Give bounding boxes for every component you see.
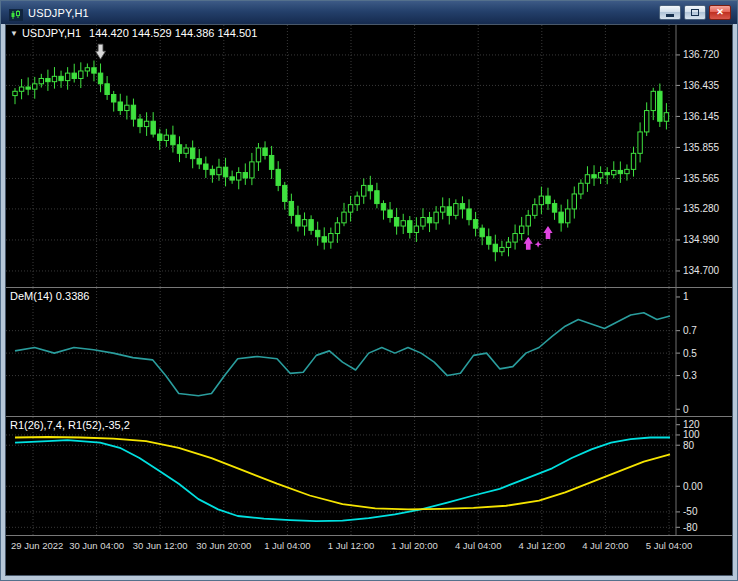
app-icon bbox=[9, 7, 23, 19]
dem-line bbox=[15, 313, 670, 396]
axis-label: 136.145 bbox=[683, 111, 720, 122]
axis-label: 0.5 bbox=[683, 348, 697, 359]
candlestick-chart[interactable]: 136.720136.435136.145135.855135.565135.2… bbox=[6, 25, 732, 287]
dem-header: DeM(14) 0.3386 bbox=[10, 290, 90, 302]
time-label: 29 Jun 2022 bbox=[11, 540, 63, 551]
axis-label: -50 bbox=[683, 506, 698, 517]
chart-window: USDJPY,H1 ✕ 136.720136.435136.145135.855… bbox=[0, 0, 738, 581]
time-label: 5 Jul 04:00 bbox=[646, 540, 692, 551]
dem-header-label: DeM(14) 0.3386 bbox=[10, 290, 90, 302]
axis-label: 135.855 bbox=[683, 142, 720, 153]
oscillator-header: R1(26),7,4, R1(52),-35,2 bbox=[10, 419, 130, 431]
time-label: 4 Jul 20:00 bbox=[582, 540, 628, 551]
star-marker-icon bbox=[535, 241, 542, 248]
oscillator-panel[interactable]: 120100800.00-50-80 R1(26),7,4, R1(52),-3… bbox=[6, 417, 732, 535]
window-title: USDJPY,H1 bbox=[28, 7, 89, 19]
oscillator-header-label: R1(26),7,4, R1(52),-35,2 bbox=[10, 419, 130, 431]
axis-label: 0.7 bbox=[683, 325, 697, 336]
axis-label: 0 bbox=[683, 404, 689, 415]
close-button[interactable]: ✕ bbox=[709, 5, 731, 20]
time-label: 30 Jun 20:00 bbox=[196, 540, 251, 551]
axis-label: 134.700 bbox=[683, 265, 720, 276]
window-titlebar[interactable]: USDJPY,H1 ✕ bbox=[1, 1, 737, 24]
time-label: 4 Jul 12:00 bbox=[519, 540, 565, 551]
time-label: 1 Jul 20:00 bbox=[391, 540, 437, 551]
oscillator-line bbox=[15, 437, 670, 509]
price-panel[interactable]: 136.720136.435136.145135.855135.565135.2… bbox=[6, 25, 732, 287]
axis-label: 135.565 bbox=[683, 173, 720, 184]
time-label: 30 Jun 12:00 bbox=[133, 540, 188, 551]
chart-ohlc-header: ▼USDJPY,H1144.420 144.529 144.386 144.50… bbox=[10, 27, 257, 39]
time-label: 1 Jul 04:00 bbox=[264, 540, 310, 551]
ohlc-values: 144.420 144.529 144.386 144.501 bbox=[89, 27, 257, 39]
axis-label: 80 bbox=[683, 440, 695, 451]
oscillator-line bbox=[15, 438, 670, 522]
axis-label: 135.280 bbox=[683, 203, 720, 214]
maximize-icon bbox=[691, 9, 699, 16]
dem-panel[interactable]: 10.70.50.30 DeM(14) 0.3386 bbox=[6, 288, 732, 416]
axis-label: -80 bbox=[683, 522, 698, 533]
buy-signal-arrow-icon bbox=[543, 226, 552, 239]
minimize-icon bbox=[666, 14, 674, 17]
chart-area: 136.720136.435136.145135.855135.565135.2… bbox=[5, 24, 733, 576]
minimize-button[interactable] bbox=[659, 5, 681, 20]
dem-indicator-chart[interactable]: 10.70.50.30 bbox=[6, 288, 732, 416]
axis-label: 0.00 bbox=[683, 481, 703, 492]
symbol-dropdown-icon[interactable]: ▼ bbox=[10, 29, 18, 38]
buy-signal-arrow-icon bbox=[524, 237, 533, 250]
time-label: 30 Jun 04:00 bbox=[69, 540, 124, 551]
symbol-label: USDJPY,H1 bbox=[22, 27, 81, 39]
time-label: 1 Jul 12:00 bbox=[328, 540, 374, 551]
oscillator-chart[interactable]: 120100800.00-50-80 bbox=[6, 417, 732, 535]
close-icon: ✕ bbox=[716, 8, 724, 17]
maximize-button[interactable] bbox=[684, 5, 706, 20]
axis-label: 0.3 bbox=[683, 370, 697, 381]
axis-label: 136.720 bbox=[683, 49, 720, 60]
axis-label: 134.990 bbox=[683, 234, 720, 245]
axis-label: 136.435 bbox=[683, 80, 720, 91]
time-label: 4 Jul 04:00 bbox=[455, 540, 501, 551]
window-controls: ✕ bbox=[659, 5, 731, 20]
axis-label: 1 bbox=[683, 291, 689, 302]
time-axis[interactable]: 29 Jun 202230 Jun 04:0030 Jun 12:0030 Ju… bbox=[6, 536, 732, 575]
